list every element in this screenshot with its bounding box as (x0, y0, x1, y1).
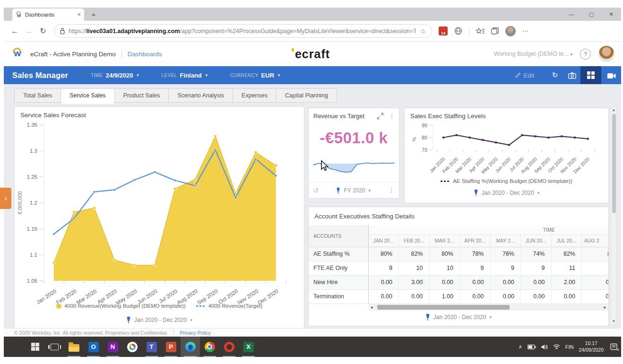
teams-button[interactable]: T (142, 337, 161, 357)
snapshot-camera-icon[interactable] (563, 66, 580, 84)
browser-profile-avatar[interactable] (505, 26, 516, 36)
tab-capital-planning[interactable]: Capital Planning (276, 88, 337, 103)
period-selector[interactable]: Jan 2020 - Dec 2020▾ (15, 316, 304, 323)
hidden-icons-chevron[interactable]: ∧ (519, 344, 522, 350)
breadcrumb[interactable]: Dashboards (128, 51, 162, 58)
filter-currency[interactable]: CURRENCYEUR▼ (230, 72, 281, 79)
workday-logo: w (11, 48, 24, 60)
table-row: AE Staffing %80%82%80%78%76%74%82%8 (309, 247, 609, 261)
task-view-button[interactable] (45, 337, 64, 357)
video-icon[interactable] (601, 66, 621, 84)
filter-time[interactable]: TIME24/9/2020▼ (91, 72, 139, 79)
scrollbar-thumb[interactable] (612, 114, 616, 213)
extension-badge-icon[interactable]: 14 (439, 26, 448, 35)
period-selector[interactable]: FY 2020▾ (319, 187, 388, 194)
expand-icon[interactable] (377, 113, 384, 120)
edge-button[interactable] (181, 337, 200, 357)
browser-tab[interactable]: w Dashboards × (12, 9, 84, 21)
svg-text:Apr 2020: Apr 2020 (96, 288, 118, 305)
opera-button[interactable] (219, 337, 239, 357)
back-button[interactable]: ← (8, 27, 22, 35)
new-tab-button[interactable]: + (88, 9, 99, 20)
scroll-up-icon[interactable]: ▲ (611, 107, 616, 113)
table-horizontal-scrollbar[interactable]: ◄ ► (369, 304, 608, 311)
globe-extension-icon[interactable] (454, 27, 462, 35)
mouse-cursor (320, 160, 330, 172)
dashboard-grid-button[interactable] (580, 66, 601, 84)
bookmark-star-icon[interactable]: ☆ (420, 27, 426, 35)
tab-expenses[interactable]: Expenses (233, 88, 276, 103)
lock-icon (60, 28, 65, 34)
service-sales-forecast-card: Service Sales Forecast 1.051.11.151.21.2… (14, 106, 304, 328)
svg-text:Jul 2020: Jul 2020 (158, 288, 178, 304)
onenote-button[interactable]: N (103, 337, 122, 357)
powerpoint-button[interactable]: P (161, 337, 181, 357)
kebab-menu-icon[interactable]: ⋮ (389, 113, 395, 120)
page-vertical-scrollbar[interactable]: ▲ ▼ (611, 106, 617, 325)
value-cell: 0.00 (368, 289, 399, 303)
wifi-icon[interactable] (553, 344, 560, 349)
month-column-header: FEB 20... (399, 234, 430, 247)
excel-button[interactable]: X (239, 337, 258, 357)
month-column-header: JUL 20... (551, 234, 582, 247)
value-cell: 0.00 (460, 275, 491, 289)
user-avatar[interactable] (598, 46, 614, 62)
favorites-icon[interactable] (476, 27, 485, 35)
svg-text:Oct 2020: Oct 2020 (217, 288, 239, 305)
help-button[interactable]: ? (580, 49, 591, 60)
notification-center-icon[interactable] (610, 343, 618, 350)
maximize-button[interactable]: ▢ (581, 8, 601, 21)
browser-menu-icon[interactable]: ⋯ (522, 27, 529, 35)
tab-product-sales[interactable]: Product Sales (114, 88, 169, 103)
kebab-menu-icon[interactable]: ⋮ (388, 187, 395, 194)
period-selector[interactable]: Jan 2020 - Dec 2020▾ (405, 189, 608, 196)
edit-button[interactable]: Edit (515, 72, 534, 79)
sales-exec-staffing-card: Sales Exec Staffing Levels 708090%Jan 20… (404, 108, 609, 203)
value-cell: 82% (399, 247, 430, 261)
month-column-header: JUN 20... (521, 234, 552, 247)
dashboard-content: Total SalesService SalesProduct SalesSce… (4, 84, 621, 328)
budget-selector[interactable]: Working Budget (DEMO te... ▾ (494, 51, 572, 57)
minimize-button[interactable]: — (562, 8, 581, 21)
slack-icon (127, 342, 138, 352)
tab-service-sales[interactable]: Service Sales (61, 88, 114, 104)
refresh-icon[interactable]: ↻ (546, 66, 563, 84)
scroll-left-icon[interactable]: ◄ (369, 305, 374, 310)
undo-icon[interactable]: ↺ (313, 186, 319, 195)
scroll-right-icon[interactable]: ► (602, 305, 608, 310)
table-row: FTE AE Only9101099911 (309, 261, 609, 275)
period-selector[interactable]: Jan 2020 - Dec 2020▾ (309, 313, 608, 321)
file-explorer-button[interactable] (64, 337, 84, 357)
taskbar-clock[interactable]: 10.1724/09/2020 (579, 340, 604, 353)
address-bar[interactable]: https://livec03a01.adaptiveplanning.com/… (54, 24, 432, 38)
filter-level[interactable]: LEVELFinland▼ (161, 72, 208, 79)
start-button[interactable] (26, 337, 45, 357)
keyboard-language[interactable]: FIN (565, 344, 574, 350)
tab-close-icon[interactable]: × (78, 11, 81, 18)
account-name-cell: AE Staffing % (309, 247, 368, 261)
system-tray: ∧ FIN 10.1724/09/2020 (519, 337, 618, 357)
legend-item: 4000 Revenue(Target) (196, 303, 262, 309)
tab-total-sales[interactable]: Total Sales (14, 88, 61, 103)
collections-icon[interactable] (491, 27, 499, 35)
reload-button[interactable]: ↻ (36, 26, 50, 35)
chrome-button[interactable] (200, 337, 219, 357)
close-button[interactable]: ✕ (601, 8, 621, 21)
kpi-value: -€501.0 k (309, 129, 399, 147)
svg-text:1.25: 1.25 (27, 174, 37, 180)
volume-icon[interactable] (541, 344, 548, 350)
scrollbar-thumb[interactable] (377, 305, 510, 310)
slack-button[interactable] (122, 337, 142, 357)
panel-expand-chevron[interactable]: › (0, 188, 11, 209)
battery-icon[interactable] (528, 345, 536, 349)
forward-button[interactable]: → (22, 27, 36, 35)
browser-tab-strip: w Dashboards × + — ▢ ✕ (4, 8, 621, 21)
scroll-down-icon[interactable]: ▼ (611, 318, 616, 324)
month-column-header: MAR 2... (429, 234, 460, 247)
dashboard-tabs: Total SalesService SalesProduct SalesSce… (14, 88, 337, 104)
tab-scenario-analysis[interactable]: Scenario Analysis (168, 88, 233, 103)
value-cell: 0.00 (521, 275, 552, 289)
svg-text:1.05: 1.05 (27, 278, 37, 284)
outlook-button[interactable]: O (84, 337, 103, 357)
privacy-policy-link[interactable]: Privacy Policy (180, 330, 210, 336)
